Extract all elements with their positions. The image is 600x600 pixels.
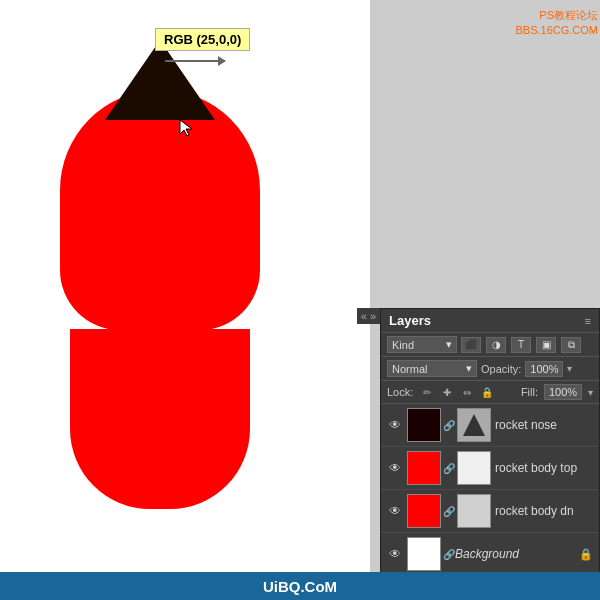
watermark-line1: PS教程论坛 (515, 8, 598, 23)
layers-list: 👁🔗rocket nose👁🔗rocket body top👁🔗rocket b… (381, 404, 599, 576)
collapse-arrows: « » (361, 310, 376, 322)
fill-value[interactable]: 100% (544, 384, 582, 400)
fill-label: Fill: (521, 386, 538, 398)
watermark-bottom-text: UiBQ.CoM (263, 578, 337, 595)
layer-item[interactable]: 👁🔗rocket body top (381, 447, 599, 490)
panel-collapse[interactable]: « » (357, 308, 380, 324)
layer-name-label: rocket body dn (495, 504, 593, 518)
svg-point-4 (412, 457, 436, 483)
kind-icon-shape[interactable]: ▣ (536, 337, 556, 353)
kind-label: Kind (392, 339, 414, 351)
layer-thumbnail (407, 537, 441, 571)
kind-icon-adjust[interactable]: ◑ (486, 337, 506, 353)
lock-icon-paint[interactable]: ✏ (419, 385, 435, 399)
layer-item[interactable]: 👁🔗Background🔒 (381, 533, 599, 576)
layer-visibility-toggle[interactable]: 👁 (387, 417, 403, 433)
layer-thumbnail (407, 408, 441, 442)
layer-link-icon: 🔗 (443, 549, 451, 560)
kind-dropdown[interactable]: Kind ▾ (387, 336, 457, 353)
layer-link-icon: 🔗 (443, 506, 451, 517)
blend-mode-dropdown[interactable]: Normal ▾ (387, 360, 477, 377)
rocket-nose (105, 40, 215, 120)
layer-visibility-toggle[interactable]: 👁 (387, 546, 403, 562)
layer-name-label: rocket body top (495, 461, 593, 475)
layer-link-icon: 🔗 (443, 463, 451, 474)
panel-kind-row: Kind ▾ ⬛ ◑ T ▣ ⧉ (381, 333, 599, 357)
layer-link-icon: 🔗 (443, 420, 451, 431)
lock-icons: ✏ ✚ ⇔ 🔒 (419, 385, 495, 399)
kind-icon-text[interactable]: T (511, 337, 531, 353)
panel-lock-row: Lock: ✏ ✚ ⇔ 🔒 Fill: 100% ▾ (381, 381, 599, 404)
tooltip-text: RGB (25,0,0) (164, 32, 241, 47)
layer-item[interactable]: 👁🔗rocket nose (381, 404, 599, 447)
panel-title: Layers (389, 313, 431, 328)
panel-header: Layers ≡ (381, 309, 599, 333)
panel-opacity-row: Normal ▾ Opacity: 100% ▾ (381, 357, 599, 381)
panel-header-icons: ≡ (585, 315, 591, 327)
blend-mode-arrow: ▾ (466, 362, 472, 375)
canvas-area: RGB (25,0,0) PS教程论坛 BBS.16CG.COM Layers … (0, 0, 600, 600)
watermark-line2: BBS.16CG.COM (515, 23, 598, 38)
opacity-value[interactable]: 100% (525, 361, 563, 377)
layer-thumbnail (407, 451, 441, 485)
layer-mask-thumbnail (457, 408, 491, 442)
layer-name-label: rocket nose (495, 418, 593, 432)
kind-icon-smart[interactable]: ⧉ (561, 337, 581, 353)
layers-panel: Layers ≡ Kind ▾ ⬛ ◑ T ▣ ⧉ Normal ▾ (380, 308, 600, 578)
rocket-body-bottom (70, 329, 250, 509)
layer-visibility-toggle[interactable]: 👁 (387, 503, 403, 519)
fill-arrow: ▾ (588, 387, 593, 398)
tooltip-arrow (165, 60, 225, 62)
layer-thumbnail (407, 494, 441, 528)
lock-icon-move[interactable]: ✚ (439, 385, 455, 399)
watermark-top: PS教程论坛 BBS.16CG.COM (515, 8, 598, 39)
kind-arrow: ▾ (446, 338, 452, 351)
opacity-arrow: ▾ (567, 363, 572, 374)
layer-name-label: Background (455, 547, 575, 561)
watermark-bottom: UiBQ.CoM (0, 572, 600, 600)
blend-mode-label: Normal (392, 363, 427, 375)
layer-visibility-toggle[interactable]: 👁 (387, 460, 403, 476)
svg-rect-5 (412, 500, 436, 522)
layer-item[interactable]: 👁🔗rocket body dn (381, 490, 599, 533)
svg-marker-1 (411, 412, 437, 438)
lock-icon-pos[interactable]: ⇔ (459, 385, 475, 399)
lock-icon-all[interactable]: 🔒 (479, 385, 495, 399)
opacity-label: Opacity: (481, 363, 521, 375)
rgb-tooltip: RGB (25,0,0) (155, 28, 250, 51)
layer-mask-thumbnail (457, 494, 491, 528)
layer-mask-thumbnail (457, 451, 491, 485)
kind-icon-pixel[interactable]: ⬛ (461, 337, 481, 353)
rocket-body-top (60, 90, 260, 330)
layer-locked-icon: 🔒 (579, 547, 593, 561)
kind-icon-row: ⬛ ◑ T ▣ ⧉ (461, 337, 581, 353)
panel-menu-icon[interactable]: ≡ (585, 315, 591, 327)
lock-label: Lock: (387, 386, 413, 398)
rocket-container (60, 40, 260, 560)
